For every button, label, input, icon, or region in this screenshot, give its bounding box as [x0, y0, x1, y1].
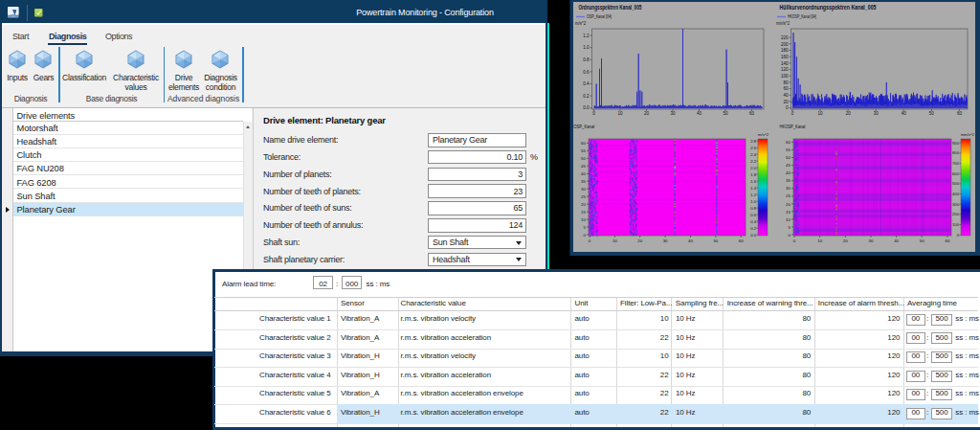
- svg-text:20: 20: [846, 111, 852, 116]
- svg-text:20: 20: [581, 202, 586, 207]
- svg-text:30: 30: [670, 111, 676, 116]
- svg-text:0.6: 0.6: [750, 213, 756, 217]
- svg-text:60: 60: [957, 111, 963, 116]
- svg-text:10: 10: [817, 238, 822, 243]
- svg-text:300: 300: [952, 202, 960, 207]
- svg-text:15: 15: [581, 210, 586, 215]
- svg-text:1.0: 1.0: [750, 199, 756, 204]
- svg-text:40: 40: [894, 238, 899, 243]
- svg-text:10: 10: [617, 111, 623, 116]
- svg-text:60: 60: [945, 238, 949, 243]
- svg-text:55: 55: [581, 148, 586, 153]
- svg-text:mm/s^2: mm/s^2: [776, 21, 790, 26]
- svg-text:0.6: 0.6: [583, 70, 590, 75]
- svg-text:45: 45: [581, 164, 586, 169]
- svg-text:60: 60: [786, 140, 791, 145]
- svg-text:2.2: 2.2: [750, 159, 756, 164]
- svg-text:1.4: 1.4: [750, 186, 756, 191]
- svg-text:20: 20: [644, 111, 650, 116]
- svg-text:30: 30: [663, 238, 668, 243]
- svg-text:HKOSP_Kanal: HKOSP_Kanal: [780, 124, 806, 129]
- svg-text:45: 45: [786, 163, 791, 168]
- svg-text:40: 40: [697, 111, 702, 116]
- svg-text:30: 30: [581, 187, 586, 192]
- svg-text:2.6: 2.6: [750, 146, 756, 150]
- svg-text:mm/s^2: mm/s^2: [961, 132, 975, 137]
- svg-text:900: 900: [952, 141, 960, 146]
- svg-text:400: 400: [952, 192, 960, 196]
- svg-text:40: 40: [902, 111, 907, 116]
- svg-text:1.2: 1.2: [750, 192, 756, 197]
- svg-text:1.6: 1.6: [750, 179, 756, 184]
- svg-text:0.2: 0.2: [750, 226, 756, 231]
- svg-text:m/s^2: m/s^2: [575, 21, 586, 26]
- svg-text:25: 25: [581, 194, 586, 199]
- svg-text:600: 600: [952, 171, 960, 176]
- svg-text:10: 10: [581, 217, 586, 222]
- svg-text:40: 40: [688, 238, 693, 243]
- svg-text:40: 40: [786, 170, 791, 175]
- svg-text:1.0: 1.0: [583, 45, 590, 50]
- svg-text:500: 500: [952, 181, 960, 186]
- svg-text:60: 60: [739, 238, 744, 243]
- svg-text:HKOSP_Kanal [04]: HKOSP_Kanal [04]: [788, 14, 816, 19]
- svg-text:50: 50: [713, 238, 718, 243]
- svg-text:10: 10: [612, 238, 617, 243]
- svg-text:80: 80: [783, 80, 789, 85]
- svg-text:1.2: 1.2: [583, 34, 590, 38]
- svg-text:0.0: 0.0: [750, 233, 756, 238]
- svg-text:0.8: 0.8: [750, 206, 756, 211]
- svg-text:30: 30: [786, 186, 791, 191]
- svg-text:2.0: 2.0: [750, 166, 756, 170]
- svg-text:220: 220: [781, 35, 789, 40]
- svg-text:30: 30: [869, 238, 874, 243]
- svg-text:1.8: 1.8: [750, 172, 756, 177]
- svg-text:50: 50: [929, 111, 935, 116]
- svg-text:40: 40: [783, 93, 789, 98]
- svg-text:60: 60: [783, 86, 789, 91]
- svg-text:60: 60: [749, 111, 755, 116]
- svg-text:Ordnungsspektren Kanal_005: Ordnungsspektren Kanal_005: [578, 4, 641, 11]
- svg-text:120: 120: [781, 67, 789, 72]
- svg-text:60: 60: [581, 141, 586, 146]
- svg-text:2.4: 2.4: [750, 152, 756, 157]
- svg-text:50: 50: [581, 156, 586, 161]
- svg-text:0.0: 0.0: [583, 105, 590, 110]
- svg-text:30: 30: [874, 111, 880, 116]
- svg-text:m/s^2: m/s^2: [758, 132, 769, 137]
- svg-text:OSP_Kanal [04]: OSP_Kanal [04]: [587, 14, 612, 19]
- svg-text:25: 25: [786, 193, 791, 198]
- svg-text:100: 100: [952, 222, 960, 227]
- svg-text:180: 180: [781, 48, 789, 53]
- svg-text:0.4: 0.4: [750, 219, 756, 224]
- svg-text:2.8: 2.8: [750, 139, 756, 144]
- svg-text:40: 40: [581, 171, 586, 176]
- svg-text:160: 160: [781, 55, 789, 59]
- svg-text:50: 50: [920, 238, 924, 243]
- svg-text:140: 140: [781, 61, 789, 66]
- svg-text:20: 20: [637, 238, 642, 243]
- svg-text:15: 15: [786, 210, 791, 215]
- svg-text:OSP_Kanal: OSP_Kanal: [573, 124, 594, 129]
- svg-text:35: 35: [581, 179, 586, 184]
- svg-text:Hüllkurvenordnungsspektren Kan: Hüllkurvenordnungsspektren Kanal_005: [780, 4, 877, 11]
- svg-text:20: 20: [843, 238, 848, 243]
- svg-text:50: 50: [723, 111, 728, 116]
- svg-text:200: 200: [781, 42, 789, 47]
- svg-text:50: 50: [786, 155, 791, 160]
- svg-text:700: 700: [952, 161, 960, 166]
- svg-text:0.4: 0.4: [583, 81, 590, 86]
- svg-text:100: 100: [781, 74, 789, 79]
- svg-text:10: 10: [818, 111, 824, 116]
- svg-text:20: 20: [786, 202, 791, 207]
- svg-text:20: 20: [783, 100, 789, 104]
- svg-text:800: 800: [952, 150, 960, 155]
- svg-text:35: 35: [786, 178, 791, 183]
- svg-text:0.2: 0.2: [583, 94, 590, 99]
- svg-text:10: 10: [786, 217, 791, 222]
- svg-text:55: 55: [786, 147, 791, 152]
- svg-text:200: 200: [952, 212, 960, 216]
- svg-text:0.8: 0.8: [583, 57, 590, 62]
